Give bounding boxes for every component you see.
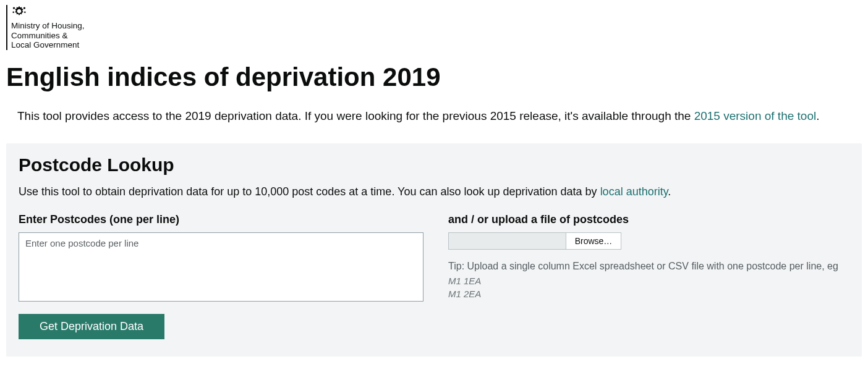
ministry-logo-block: Ministry of Housing, Communities & Local…	[11, 5, 85, 50]
postcode-label: Enter Postcodes (one per line)	[19, 213, 423, 226]
panel-title: Postcode Lookup	[19, 154, 849, 175]
postcode-lookup-panel: Postcode Lookup Use this tool to obtain …	[6, 143, 862, 357]
intro-text-prefix: This tool provides access to the 2019 de…	[17, 109, 694, 122]
file-input-track	[448, 232, 566, 250]
site-header: Ministry of Housing, Communities & Local…	[6, 5, 862, 50]
intro-paragraph: This tool provides access to the 2019 de…	[17, 108, 862, 125]
upload-column: and / or upload a file of postcodes Brow…	[448, 213, 849, 339]
ministry-line: Ministry of Housing,	[11, 21, 85, 31]
file-input[interactable]: Browse…	[448, 232, 621, 250]
browse-button[interactable]: Browse…	[566, 232, 621, 250]
svg-point-3	[24, 12, 26, 14]
panel-desc-prefix: Use this tool to obtain deprivation data…	[19, 185, 600, 198]
postcode-entry-column: Enter Postcodes (one per line) Get Depri…	[19, 213, 423, 339]
upload-tip: Tip: Upload a single column Excel spread…	[448, 261, 849, 272]
get-data-button[interactable]: Get Deprivation Data	[19, 314, 164, 339]
svg-point-1	[23, 7, 25, 9]
svg-point-0	[13, 7, 15, 9]
gov-crest-icon	[11, 5, 27, 19]
ministry-line: Communities &	[11, 31, 85, 41]
ministry-line: Local Government	[11, 40, 85, 50]
page-title: English indices of deprivation 2019	[6, 62, 862, 92]
previous-version-link[interactable]: 2015 version of the tool	[694, 109, 817, 122]
input-columns: Enter Postcodes (one per line) Get Depri…	[19, 213, 849, 339]
upload-label: and / or upload a file of postcodes	[448, 213, 849, 226]
tip-example-line: M1 2EA	[448, 287, 849, 300]
intro-text-suffix: .	[816, 109, 819, 122]
svg-point-2	[12, 12, 14, 14]
panel-description: Use this tool to obtain deprivation data…	[19, 185, 849, 198]
local-authority-link[interactable]: local authority	[600, 185, 668, 198]
tip-example-line: M1 1EA	[448, 274, 849, 287]
postcode-textarea[interactable]	[19, 232, 423, 302]
panel-desc-suffix: .	[668, 185, 671, 198]
ministry-name: Ministry of Housing, Communities & Local…	[11, 21, 85, 50]
